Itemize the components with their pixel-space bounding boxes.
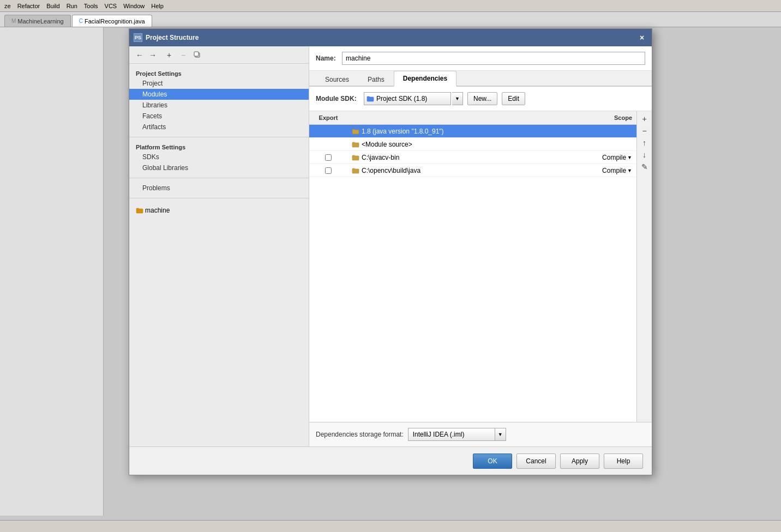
- dep-export-javacv-bin[interactable]: [309, 152, 347, 163]
- dialog-left-panel: ← → + − Project Settings: [129, 46, 309, 446]
- menubar: ze Refactor Build Run Tools VCS Window H…: [0, 0, 781, 12]
- dep-checkbox-opencv[interactable]: [325, 167, 332, 174]
- storage-select-wrap: IntelliJ IDEA (.iml) ▼: [408, 428, 506, 441]
- dep-row-sdk[interactable]: 1.8 (java version "1.8.0_91"): [309, 125, 636, 138]
- dep-name-javacv-bin: C:\javacv-bin: [347, 152, 582, 164]
- nav-arrows: ← →: [134, 49, 159, 61]
- dep-export-module-source: [309, 142, 347, 147]
- col-export-header: Export: [309, 113, 347, 122]
- dialog-close-button[interactable]: ×: [636, 32, 647, 43]
- dialog-footer: OK Cancel Apply Help: [129, 446, 652, 475]
- dep-export-sdk: [309, 129, 347, 134]
- sdk-select-wrap: Project SDK (1.8) ▼: [364, 92, 463, 105]
- module-name-input[interactable]: [342, 52, 645, 65]
- dep-scope-opencv[interactable]: Compile ▼: [582, 165, 636, 177]
- dep-edit-button[interactable]: ✎: [639, 161, 650, 172]
- dep-row-opencv[interactable]: C:\opencv\build\java Compile ▼: [309, 164, 636, 177]
- cancel-button[interactable]: Cancel: [516, 454, 556, 469]
- svg-rect-1: [194, 52, 199, 56]
- menu-window[interactable]: Window: [123, 3, 145, 9]
- col-name-header: [347, 117, 582, 119]
- storage-dropdown-button[interactable]: ▼: [495, 428, 506, 441]
- nav-item-libraries[interactable]: Libraries: [129, 100, 309, 111]
- module-tree: machine: [129, 203, 309, 218]
- left-panel-toolbar: ← → + −: [129, 46, 309, 64]
- dep-scope-sdk: [582, 129, 636, 134]
- deps-side-buttons: + − ↑ ↓ ✎: [636, 111, 652, 422]
- module-name-label: machine: [145, 207, 170, 214]
- deps-table-wrap: Export Scope: [309, 111, 636, 422]
- nav-item-modules[interactable]: Modules: [129, 89, 309, 100]
- dep-javacv-folder-icon: [352, 154, 359, 161]
- dep-up-button[interactable]: ↑: [639, 137, 650, 148]
- dep-name-sdk: 1.8 (java version "1.8.0_91"): [347, 125, 582, 137]
- dep-down-button[interactable]: ↓: [639, 149, 650, 160]
- dep-scope-dropdown-opencv[interactable]: ▼: [627, 168, 632, 173]
- dep-name-opencv: C:\opencv\build\java: [347, 165, 582, 177]
- menu-run[interactable]: Run: [67, 3, 77, 9]
- module-item-machine[interactable]: machine: [134, 205, 304, 216]
- dep-scope-dropdown-javacv[interactable]: ▼: [627, 155, 632, 160]
- menu-refactor[interactable]: Refactor: [17, 3, 40, 9]
- sdk-folder-icon: [367, 95, 374, 102]
- dep-scope-module-source: [582, 142, 636, 147]
- help-button[interactable]: Help: [604, 454, 643, 469]
- dep-remove-button[interactable]: −: [639, 125, 650, 136]
- dialog-title-text: Project Structure: [146, 34, 636, 41]
- menu-ze[interactable]: ze: [4, 3, 11, 9]
- dialog-body: ← → + − Project Settings: [129, 46, 652, 446]
- sdk-edit-button[interactable]: Edit: [502, 92, 525, 105]
- dep-checkbox-javacv-bin[interactable]: [325, 154, 332, 161]
- apply-button[interactable]: Apply: [560, 454, 599, 469]
- dep-opencv-folder-icon: [352, 167, 359, 174]
- sdk-new-button[interactable]: New...: [467, 92, 497, 105]
- nav-item-problems[interactable]: Problems: [129, 183, 309, 194]
- storage-format-label: Dependencies storage format:: [316, 431, 404, 438]
- nav-divider-1: [129, 137, 309, 137]
- nav-item-sdks[interactable]: SDKs: [129, 152, 309, 162]
- nav-divider-3: [129, 198, 309, 198]
- add-module-button[interactable]: +: [163, 49, 175, 61]
- copy-module-button[interactable]: [191, 49, 203, 61]
- dep-row-javacv-bin[interactable]: C:\javacv-bin Compile ▼: [309, 151, 636, 164]
- dialog-right-panel: Name: Sources Paths Dependencies Module …: [309, 46, 652, 446]
- dep-add-button[interactable]: +: [639, 113, 650, 124]
- dep-scope-javacv-bin[interactable]: Compile ▼: [582, 152, 636, 164]
- storage-value: IntelliJ IDEA (.iml): [413, 431, 465, 438]
- nav-divider-2: [129, 178, 309, 178]
- deps-table-body: 1.8 (java version "1.8.0_91"): [309, 125, 636, 422]
- nav-item-project[interactable]: Project: [129, 78, 309, 89]
- nav-item-artifacts[interactable]: Artifacts: [129, 122, 309, 132]
- menu-tools[interactable]: Tools: [84, 3, 98, 9]
- dep-export-opencv[interactable]: [309, 165, 347, 176]
- sdk-row: Module SDK: Project SDK (1.8) ▼: [309, 87, 652, 111]
- col-scope-header: Scope: [582, 113, 636, 122]
- nav-item-global-libraries[interactable]: Global Libraries: [129, 162, 309, 173]
- sdk-dropdown-button[interactable]: ▼: [452, 92, 463, 105]
- dialog-overlay: PS Project Structure × ← → + −: [0, 12, 781, 520]
- dep-module-source-folder-icon: [352, 141, 359, 148]
- dependencies-content: Module SDK: Project SDK (1.8) ▼: [309, 87, 652, 446]
- dialog-title-icon: PS: [134, 33, 142, 42]
- dep-row-module-source[interactable]: <Module source>: [309, 138, 636, 151]
- name-label: Name:: [316, 55, 338, 62]
- remove-module-button[interactable]: −: [177, 49, 189, 61]
- left-nav: Project Settings Project Modules Librari…: [129, 64, 309, 446]
- tab-paths[interactable]: Paths: [358, 72, 394, 87]
- storage-select[interactable]: IntelliJ IDEA (.iml): [408, 428, 495, 441]
- ok-button[interactable]: OK: [473, 454, 512, 469]
- menu-vcs[interactable]: VCS: [105, 3, 117, 9]
- nav-item-facets[interactable]: Facets: [129, 111, 309, 122]
- tab-sources[interactable]: Sources: [316, 72, 358, 87]
- back-button[interactable]: ←: [134, 49, 146, 61]
- tab-dependencies[interactable]: Dependencies: [394, 71, 456, 87]
- deps-table-container: Export Scope: [309, 111, 652, 422]
- dep-sdk-folder-icon: [352, 128, 359, 135]
- tabs-row: Sources Paths Dependencies: [309, 71, 652, 87]
- menu-build[interactable]: Build: [46, 3, 59, 9]
- name-row: Name:: [309, 46, 652, 71]
- forward-button[interactable]: →: [147, 49, 159, 61]
- menu-help[interactable]: Help: [151, 3, 164, 9]
- module-sdk-label: Module SDK:: [316, 95, 359, 102]
- sdk-select[interactable]: Project SDK (1.8): [364, 92, 451, 105]
